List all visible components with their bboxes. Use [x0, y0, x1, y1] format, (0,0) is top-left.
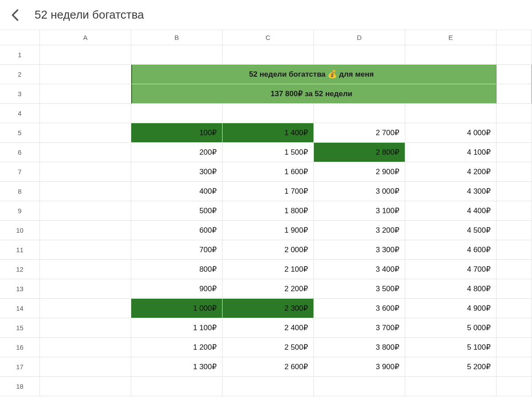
- cell-F13[interactable]: [497, 279, 532, 299]
- cell-B8[interactable]: 400₽: [131, 182, 223, 201]
- cell-D16[interactable]: 3 800₽: [314, 338, 405, 357]
- row-header-15[interactable]: 15: [0, 318, 40, 338]
- cell-C9[interactable]: 1 800₽: [223, 201, 314, 221]
- row-header-8[interactable]: 8: [0, 182, 40, 201]
- cell-A16[interactable]: [40, 338, 131, 357]
- cell-B18[interactable]: [131, 377, 223, 396]
- cell-B9[interactable]: 500₽: [131, 201, 223, 221]
- cell-E11[interactable]: 4 600₽: [405, 240, 497, 260]
- row-header-5[interactable]: 5: [0, 123, 40, 143]
- cell-A15[interactable]: [40, 318, 131, 338]
- cell-A11[interactable]: [40, 240, 131, 260]
- cell-B13[interactable]: 900₽: [131, 279, 223, 299]
- cell-B11[interactable]: 700₽: [131, 240, 223, 260]
- cell-E9[interactable]: 4 400₽: [405, 201, 497, 221]
- cell-A10[interactable]: [40, 221, 131, 240]
- cell-F6[interactable]: [497, 143, 532, 162]
- cell-C14[interactable]: 2 300₽: [223, 299, 314, 318]
- cell-C13[interactable]: 2 200₽: [223, 279, 314, 299]
- cell-C5[interactable]: 1 400₽: [223, 123, 314, 143]
- cell-C8[interactable]: 1 700₽: [223, 182, 314, 201]
- row-header-13[interactable]: 13: [0, 279, 40, 299]
- cell-E7[interactable]: 4 200₽: [405, 162, 497, 182]
- cell-F17[interactable]: [497, 357, 532, 377]
- cell-E12[interactable]: 4 700₽: [405, 260, 497, 279]
- cell-B15[interactable]: 1 100₽: [131, 318, 223, 338]
- row-header-11[interactable]: 11: [0, 240, 40, 260]
- cell-F1[interactable]: [497, 45, 532, 65]
- cell-E17[interactable]: 5 200₽: [405, 357, 497, 377]
- cell-D6[interactable]: 2 800₽: [314, 143, 405, 162]
- cell-E18[interactable]: [405, 377, 497, 396]
- row-header-4[interactable]: 4: [0, 104, 40, 123]
- cell-E16[interactable]: 5 100₽: [405, 338, 497, 357]
- col-header-A[interactable]: A: [40, 30, 131, 45]
- cell-E13[interactable]: 4 800₽: [405, 279, 497, 299]
- row-header-12[interactable]: 12: [0, 260, 40, 279]
- cell-F9[interactable]: [497, 201, 532, 221]
- cell-B10[interactable]: 600₽: [131, 221, 223, 240]
- cell-F18[interactable]: [497, 377, 532, 396]
- cell-A14[interactable]: [40, 299, 131, 318]
- cell-A7[interactable]: [40, 162, 131, 182]
- cell-D11[interactable]: 3 300₽: [314, 240, 405, 260]
- cell-D12[interactable]: 3 400₽: [314, 260, 405, 279]
- cell-E14[interactable]: 4 900₽: [405, 299, 497, 318]
- cell-A12[interactable]: [40, 260, 131, 279]
- cell-B14[interactable]: 1 000₽: [131, 299, 223, 318]
- cell-A9[interactable]: [40, 201, 131, 221]
- cell-C16[interactable]: 2 500₽: [223, 338, 314, 357]
- cell-F14[interactable]: [497, 299, 532, 318]
- cell-D15[interactable]: 3 700₽: [314, 318, 405, 338]
- cell-A5[interactable]: [40, 123, 131, 143]
- cell-F3[interactable]: [497, 84, 532, 104]
- cell-A1[interactable]: [40, 45, 131, 65]
- cell-A18[interactable]: [40, 377, 131, 396]
- cell-D17[interactable]: 3 900₽: [314, 357, 405, 377]
- row-header-1[interactable]: 1: [0, 45, 40, 65]
- cell-D14[interactable]: 3 600₽: [314, 299, 405, 318]
- cell-C12[interactable]: 2 100₽: [223, 260, 314, 279]
- cell-A6[interactable]: [40, 143, 131, 162]
- cell-D9[interactable]: 3 100₽: [314, 201, 405, 221]
- cell-A3[interactable]: [40, 84, 131, 104]
- col-header-D[interactable]: D: [314, 30, 405, 45]
- cell-A13[interactable]: [40, 279, 131, 299]
- row-header-16[interactable]: 16: [0, 338, 40, 357]
- col-header-B[interactable]: B: [131, 30, 223, 45]
- cell-D13[interactable]: 3 500₽: [314, 279, 405, 299]
- cell-E1[interactable]: [405, 45, 497, 65]
- row-header-2[interactable]: 2: [0, 65, 40, 84]
- row-header-17[interactable]: 17: [0, 357, 40, 377]
- cell-A8[interactable]: [40, 182, 131, 201]
- col-header-F[interactable]: [497, 30, 532, 45]
- cell-A2[interactable]: [40, 65, 131, 84]
- cell-D18[interactable]: [314, 377, 405, 396]
- banner-line1[interactable]: 52 недели богатства 💰 для меня: [131, 65, 497, 84]
- cell-F10[interactable]: [497, 221, 532, 240]
- col-header-E[interactable]: E: [405, 30, 497, 45]
- row-header-14[interactable]: 14: [0, 299, 40, 318]
- cell-C6[interactable]: 1 500₽: [223, 143, 314, 162]
- cell-D4[interactable]: [314, 104, 405, 123]
- cell-E5[interactable]: 4 000₽: [405, 123, 497, 143]
- cell-F2[interactable]: [497, 65, 532, 84]
- cell-B5[interactable]: 100₽: [131, 123, 223, 143]
- row-header-9[interactable]: 9: [0, 201, 40, 221]
- cell-A17[interactable]: [40, 357, 131, 377]
- cell-E8[interactable]: 4 300₽: [405, 182, 497, 201]
- cell-B7[interactable]: 300₽: [131, 162, 223, 182]
- cell-C7[interactable]: 1 600₽: [223, 162, 314, 182]
- cell-F8[interactable]: [497, 182, 532, 201]
- cell-C15[interactable]: 2 400₽: [223, 318, 314, 338]
- cell-D7[interactable]: 2 900₽: [314, 162, 405, 182]
- cell-C11[interactable]: 2 000₽: [223, 240, 314, 260]
- cell-F7[interactable]: [497, 162, 532, 182]
- cell-C17[interactable]: 2 600₽: [223, 357, 314, 377]
- cell-B16[interactable]: 1 200₽: [131, 338, 223, 357]
- cell-B17[interactable]: 1 300₽: [131, 357, 223, 377]
- row-header-7[interactable]: 7: [0, 162, 40, 182]
- cell-D1[interactable]: [314, 45, 405, 65]
- cell-B4[interactable]: [131, 104, 223, 123]
- banner-line2[interactable]: 137 800₽ за 52 недели: [131, 84, 497, 104]
